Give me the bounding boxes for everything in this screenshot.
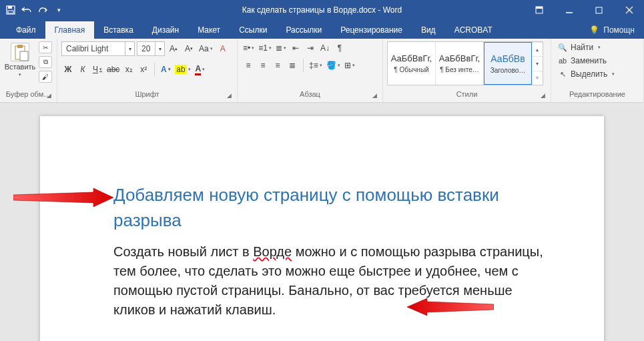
tab-insert[interactable]: Вставка: [94, 21, 143, 39]
group-editing: 🔍 Найти ▾ ab Заменить ↖ Выделить ▾ Редак…: [551, 39, 644, 102]
cut-icon: ✂: [43, 44, 48, 51]
tab-layout[interactable]: Макет: [188, 21, 230, 39]
underline-button[interactable]: Ч▾: [91, 63, 104, 76]
sort-button[interactable]: A↓: [318, 41, 332, 55]
sort-icon: A↓: [320, 43, 330, 53]
group-styles: АаБбВвГг, ¶ Обычный АаБбВвГг, ¶ Без инте…: [383, 39, 551, 102]
ribbon-display-options-icon[interactable]: [524, 0, 554, 20]
undo-icon[interactable]: [21, 5, 32, 15]
superscript-button[interactable]: x²: [137, 63, 150, 76]
align-left-button[interactable]: ≡: [242, 59, 255, 72]
group-clipboard: Вставить ▾ ✂ ⧉ 🖌 Буфер обм…◢: [0, 39, 57, 102]
align-right-icon: ≡: [275, 61, 280, 70]
gallery-scroll-down-icon[interactable]: ▾: [532, 56, 543, 70]
gallery-expand-icon[interactable]: ▿: [532, 71, 543, 85]
document-heading[interactable]: Добавляем новую страницу с помощью встав…: [113, 183, 544, 233]
indent-icon: ⇥: [307, 43, 314, 53]
clipboard-launcher-icon[interactable]: ◢: [45, 92, 53, 100]
shrink-font-button[interactable]: A▾: [182, 42, 196, 55]
svg-rect-4: [536, 7, 543, 9]
align-center-icon: ≡: [260, 61, 265, 70]
borders-icon: ⊞: [344, 61, 351, 70]
group-paragraph: ≡•▾ ≡1▾ ≣▾ ⇤ ⇥ A↓ ¶ ≡ ≡ ≡ ≣ ‡≡▾ 🪣▾ ⊞▾: [238, 39, 383, 102]
justify-button[interactable]: ≣: [286, 59, 299, 72]
justify-icon: ≣: [289, 61, 296, 70]
tell-me-search[interactable]: 💡 Помощн: [589, 25, 635, 39]
highlight-icon: ab: [175, 65, 186, 74]
chevron-down-icon[interactable]: ▾: [125, 42, 134, 55]
group-editing-label: Редактирование: [569, 90, 625, 98]
minimize-icon[interactable]: [554, 0, 584, 20]
copy-icon: ⧉: [43, 58, 48, 66]
copy-button[interactable]: ⧉: [39, 56, 52, 68]
svg-rect-6: [596, 7, 602, 13]
select-button[interactable]: ↖ Выделить ▾: [555, 68, 617, 80]
text-effects-button[interactable]: A▾: [159, 63, 172, 76]
borders-button[interactable]: ⊞▾: [343, 59, 356, 72]
tab-mailings[interactable]: Рассылки: [276, 21, 331, 39]
svg-rect-10: [17, 45, 23, 48]
close-icon[interactable]: [614, 0, 644, 20]
align-right-button[interactable]: ≡: [271, 59, 284, 72]
style-heading1[interactable]: АаБбВв Заголово…: [484, 42, 532, 85]
window-controls: [524, 0, 644, 20]
paste-icon: [11, 43, 29, 61]
highlight-button[interactable]: ab▾: [174, 63, 192, 76]
chevron-down-icon[interactable]: ▾: [155, 42, 164, 55]
align-center-button[interactable]: ≡: [256, 59, 270, 72]
show-marks-button[interactable]: ¶: [333, 41, 346, 55]
tab-file[interactable]: Файл: [7, 21, 45, 39]
numbering-button[interactable]: ≡1▾: [257, 41, 273, 55]
shading-button[interactable]: 🪣▾: [325, 59, 342, 72]
tab-view[interactable]: Вид: [412, 21, 445, 39]
style-normal[interactable]: АаБбВвГг, ¶ Обычный: [388, 42, 436, 85]
lightbulb-icon: 💡: [589, 25, 599, 35]
paragraph-launcher-icon[interactable]: ◢: [370, 92, 378, 100]
bullets-icon: ≡•: [243, 43, 250, 53]
tab-review[interactable]: Рецензирование: [331, 21, 412, 39]
replace-button[interactable]: ab Заменить: [555, 55, 617, 67]
clear-formatting-button[interactable]: A: [216, 42, 230, 55]
increase-indent-button[interactable]: ⇥: [304, 41, 317, 55]
redo-icon[interactable]: [37, 5, 48, 15]
multilevel-icon: ≣: [276, 43, 282, 53]
maximize-icon[interactable]: [584, 0, 614, 20]
tab-home[interactable]: Главная: [45, 21, 95, 39]
decrease-indent-button[interactable]: ⇤: [289, 41, 302, 55]
change-case-button[interactable]: Aa▾: [198, 42, 214, 55]
tab-references[interactable]: Ссылки: [230, 21, 276, 39]
subscript-button[interactable]: x₂: [122, 63, 135, 76]
bold-button[interactable]: Ж: [61, 63, 75, 76]
font-launcher-icon[interactable]: ◢: [225, 92, 233, 100]
cut-button[interactable]: ✂: [39, 41, 52, 53]
font-color-button[interactable]: A▾: [194, 63, 207, 76]
qat-customize-icon[interactable]: ▾: [53, 5, 64, 15]
quick-access-toolbar: ▾: [0, 5, 64, 15]
strikethrough-button[interactable]: abc: [105, 63, 121, 76]
multilevel-button[interactable]: ≣▾: [274, 41, 288, 55]
styles-launcher-icon[interactable]: ◢: [539, 92, 547, 100]
document-area[interactable]: Добавляем новую страницу с помощью встав…: [0, 103, 644, 341]
style-no-spacing[interactable]: АаБбВвГг, ¶ Без инте…: [436, 42, 484, 85]
tab-design[interactable]: Дизайн: [143, 21, 188, 39]
tab-acrobat[interactable]: ACROBAT: [445, 21, 502, 39]
paste-button[interactable]: Вставить ▾: [4, 41, 36, 79]
italic-button[interactable]: К: [76, 63, 89, 76]
group-font-label: Шрифт: [135, 90, 159, 98]
line-spacing-button[interactable]: ‡≡▾: [308, 59, 324, 72]
document-page[interactable]: Добавляем новую страницу с помощью встав…: [40, 116, 604, 341]
annotation-arrow-right: [407, 298, 494, 316]
window-title: Как сделать страницы в Ворде.docx - Word: [242, 5, 402, 15]
ribbon: Вставить ▾ ✂ ⧉ 🖌 Буфер обм…◢ Calibri Lig…: [0, 39, 644, 103]
grow-font-button[interactable]: A▴: [167, 42, 180, 55]
font-name-combo[interactable]: Calibri Light▾: [61, 41, 135, 56]
bullets-button[interactable]: ≡•▾: [242, 41, 256, 55]
format-painter-button[interactable]: 🖌: [39, 71, 52, 83]
svg-rect-2: [8, 11, 13, 13]
annotation-arrow-left: [13, 188, 113, 207]
numbering-icon: ≡1: [258, 43, 268, 53]
save-icon[interactable]: [5, 5, 16, 15]
font-size-combo[interactable]: 20▾: [137, 41, 165, 56]
gallery-scroll-up-icon[interactable]: ▴: [532, 42, 543, 56]
find-button[interactable]: 🔍 Найти ▾: [555, 41, 617, 53]
